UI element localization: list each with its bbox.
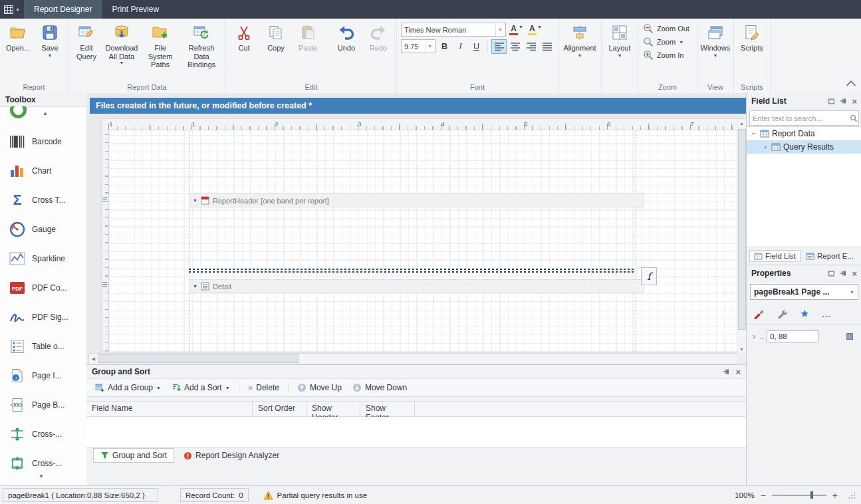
resize-grip[interactable]	[848, 491, 856, 499]
appearance-brush-icon[interactable]	[753, 309, 764, 319]
close-icon[interactable]: ×	[735, 368, 741, 376]
scroll-up-icon[interactable]: ▲	[737, 119, 746, 128]
expander-icon[interactable]: ›	[750, 130, 758, 137]
add-a-group-button[interactable]: Add a Group ▼	[90, 382, 166, 394]
collapse-ribbon-button[interactable]	[846, 80, 856, 90]
property-row-location[interactable]: › ..	[747, 329, 861, 344]
design-surface[interactable]: ▼ ReportHeader [one band per report] ▼ D…	[108, 130, 738, 352]
font-name-combobox[interactable]: Times New Roman ▼	[401, 23, 506, 37]
tab-report-explorer[interactable]: Report E...	[802, 251, 858, 261]
column-header-sort-order[interactable]: Sort Order	[253, 402, 307, 416]
vertical-scrollbar-thumb[interactable]	[738, 129, 746, 330]
zoom-in-button[interactable]: Zoom In	[642, 49, 687, 62]
edit-query-button[interactable]: Edit Query	[70, 20, 102, 61]
horizontal-scrollbar[interactable]: ◀	[88, 353, 738, 364]
align-right-button[interactable]	[524, 40, 538, 53]
tab-print-preview[interactable]: Print Preview	[102, 0, 169, 19]
toolbox-item-sparkline[interactable]: Sparkline	[0, 245, 86, 272]
zoom-in-plus-button[interactable]: +	[832, 491, 838, 500]
selected-object-combobox[interactable]: pageBreak1 Page ... ▼	[750, 284, 858, 300]
refresh-data-bindings-button[interactable]: Refresh Data Bindings	[180, 20, 223, 70]
add-a-sort-button[interactable]: Add a Sort ▼	[167, 382, 235, 394]
tab-field-list[interactable]: Field List	[749, 250, 800, 262]
group-sort-empty-list[interactable]	[86, 417, 746, 447]
cut-button[interactable]: Cut	[228, 20, 260, 53]
tree-node-report-data[interactable]: › Report Data	[747, 127, 861, 140]
highlight-color-button[interactable]: A ▼	[527, 24, 543, 36]
scroll-left-icon[interactable]: ◀	[89, 354, 98, 363]
search-input[interactable]	[750, 114, 850, 122]
expander-icon[interactable]: ›	[751, 332, 757, 340]
copy-button[interactable]: Copy	[260, 20, 292, 53]
close-icon[interactable]: ×	[852, 269, 857, 278]
tab-report-design-analyzer[interactable]: Report Design Analyzer	[177, 449, 286, 462]
move-down-button[interactable]: Move Down	[348, 382, 412, 394]
paste-button[interactable]: Paste	[292, 20, 324, 53]
toolbox-scroll-down-button[interactable]: ▼	[39, 473, 44, 479]
pin-icon[interactable]	[840, 98, 847, 105]
save-button[interactable]: Save ▼	[34, 20, 66, 59]
align-left-button[interactable]	[492, 40, 506, 53]
layout-button[interactable]: Layout ▼	[604, 20, 636, 59]
toolbox-item-pdf-content[interactable]: PDF PDF Co...	[0, 275, 86, 301]
column-header-show-header[interactable]: Show Header	[307, 402, 360, 416]
report-header-band-caption[interactable]: ▼ ReportHeader [one band per report]	[189, 193, 644, 207]
toolbox-item-chart[interactable]: Chart	[0, 158, 86, 184]
align-center-button[interactable]	[508, 40, 522, 53]
toolbox-item-gauge[interactable]: Gauge	[0, 216, 86, 243]
toolbox-item-pdf-signature[interactable]: PDF Sig...	[0, 304, 86, 330]
toolbox-item-page-info[interactable]: i Page I...	[0, 362, 86, 389]
pin-icon[interactable]	[840, 270, 847, 277]
expression-fx-button[interactable]: f	[641, 267, 657, 285]
tab-group-and-sort[interactable]: Group and Sort	[93, 448, 174, 463]
favorites-star-icon[interactable]: ★	[800, 309, 809, 319]
toolbox-item-table-of-contents[interactable]: Table o...	[0, 333, 86, 360]
close-icon[interactable]: ×	[852, 97, 857, 106]
toolbox-item-page-break[interactable]: Page B...	[0, 392, 86, 418]
detail-band-caption[interactable]: ▼ Detail	[189, 279, 644, 293]
page-break-control-selected[interactable]	[189, 269, 636, 273]
maximize-icon[interactable]	[828, 270, 835, 277]
align-justify-button[interactable]	[540, 40, 554, 53]
behavior-wrench-icon[interactable]	[777, 309, 787, 319]
windows-button[interactable]: Windows ▼	[699, 20, 731, 59]
toolbox-item-cross-band-box[interactable]: Cross-...	[0, 450, 86, 477]
more-categories-button[interactable]: ...	[822, 309, 831, 319]
pin-icon[interactable]	[723, 368, 730, 376]
property-marker-square[interactable]	[846, 333, 853, 340]
zoom-slider-thumb[interactable]	[810, 491, 813, 499]
column-header-field-name[interactable]: Field Name	[86, 402, 253, 416]
font-color-button[interactable]: A ▼	[508, 24, 525, 36]
location-value-input[interactable]	[767, 330, 818, 342]
font-size-combobox[interactable]: 9.75 ▼	[401, 39, 435, 53]
zoom-slider[interactable]	[772, 491, 826, 499]
column-header-show-footer[interactable]: Show Footer	[360, 402, 415, 416]
maximize-icon[interactable]	[828, 98, 835, 105]
tab-report-designer[interactable]: Report Designer	[24, 0, 102, 19]
expander-icon[interactable]: ›	[762, 143, 769, 151]
collapse-band-icon[interactable]: ▼	[193, 198, 197, 203]
delete-button[interactable]: × Delete	[243, 382, 284, 394]
open-button[interactable]: Open...	[2, 20, 34, 53]
move-up-button[interactable]: Move Up	[293, 382, 346, 394]
zoom-button[interactable]: Zoom ▼	[642, 35, 687, 49]
zoom-out-minus-button[interactable]: −	[761, 491, 766, 500]
application-menu-button[interactable]: ▼	[0, 0, 24, 19]
italic-button[interactable]: I	[453, 40, 467, 53]
tree-node-query-results[interactable]: › Query Results	[747, 140, 861, 154]
toolbox-item-cross-tab[interactable]: Σ Cross T...	[0, 187, 86, 213]
file-system-paths-button[interactable]: File System Paths	[141, 20, 180, 70]
undo-button[interactable]: Undo	[330, 20, 362, 53]
collapse-band-icon[interactable]: ▼	[193, 284, 197, 289]
alignment-button[interactable]: Alignment ▼	[560, 20, 599, 59]
horizontal-scrollbar-thumb[interactable]	[98, 354, 299, 363]
scripts-button[interactable]: Scripts	[736, 20, 768, 53]
download-all-data-button[interactable]: Download All Data ▼	[102, 20, 141, 66]
toolbox-item-barcode[interactable]: Barcode	[0, 128, 86, 155]
redo-button[interactable]: Redo	[362, 20, 394, 53]
underline-button[interactable]: U	[469, 40, 483, 53]
bold-button[interactable]: B	[437, 40, 451, 53]
zoom-out-button[interactable]: Zoom Out	[642, 22, 693, 35]
toolbox-scroll-up-button[interactable]: ▲	[43, 110, 48, 116]
toolbox-item-cross-band-line[interactable]: Cross-...	[0, 421, 86, 447]
